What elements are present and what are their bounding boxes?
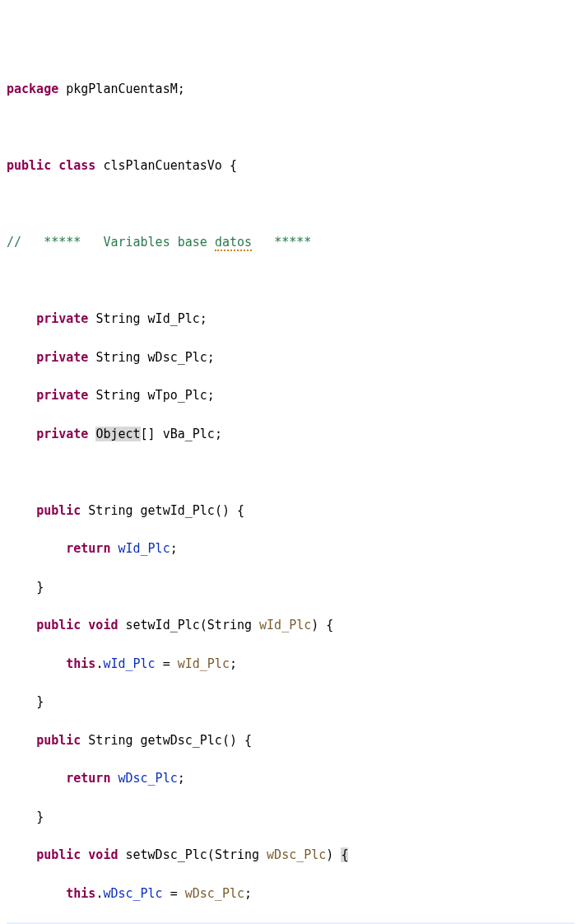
field-decl: private Object[] vBa_Plc; [7, 425, 574, 444]
brace-close: } [7, 808, 574, 827]
param-wId: wId_Plc [259, 618, 311, 632]
matched-brace-open: { [341, 847, 348, 862]
comment-warn: datos [215, 235, 252, 251]
kw-package: package [7, 82, 58, 96]
punct-brace-open: { [230, 158, 237, 173]
field-decl: private String wDsc_Plc; [7, 348, 574, 367]
field-vBa: vBa_Plc [163, 427, 215, 441]
method-sig: public void setwId_Plc(String wId_Plc) { [7, 616, 574, 635]
field-wDsc: wDsc_Plc [148, 350, 207, 365]
package-name: pkgPlanCuentasM [66, 82, 177, 96]
return-line: return wId_Plc; [7, 539, 574, 558]
assign-line: this.wId_Plc = wId_Plc; [7, 655, 574, 674]
punct-semi: ; [178, 82, 185, 96]
method-sig: public void setwDsc_Plc(String wDsc_Plc)… [7, 846, 574, 865]
field-decl: private String wTpo_Plc; [7, 386, 574, 405]
type-object: Object [95, 427, 140, 441]
method-setwDsc: setwDsc_Plc [126, 847, 207, 862]
field-decl: private String wId_Plc; [7, 310, 574, 329]
return-line: return wDsc_Plc; [7, 769, 574, 788]
assign-line: this.wDsc_Plc = wDsc_Plc; [7, 884, 574, 903]
method-sig: public String getwDsc_Plc() { [7, 731, 574, 750]
method-getwId: getwId_Plc [141, 503, 215, 518]
type-string: String [95, 311, 140, 326]
param-wDsc: wDsc_Plc [267, 847, 326, 862]
blank-line [7, 272, 574, 291]
field-wId: wId_Plc [148, 311, 200, 326]
class-name: clsPlanCuentasVo [103, 158, 222, 173]
comment-stars: ***** [44, 235, 81, 250]
method-sig: public String getwId_Plc() { [7, 502, 574, 520]
blank-line [7, 119, 574, 138]
field-wTpo: wTpo_Plc [148, 388, 207, 403]
brace-close: } [7, 693, 574, 712]
comment-text: Variables base [103, 235, 214, 250]
kw-public: public [7, 158, 51, 173]
kw-class: class [58, 158, 95, 173]
method-setwId: setwId_Plc [126, 618, 200, 632]
comment-open: // [7, 235, 21, 250]
comment-stars2: ***** [274, 235, 311, 250]
comment-line: // ***** Variables base datos ***** [7, 233, 574, 252]
method-getwDsc: getwDsc_Plc [141, 733, 222, 748]
code-line: public class clsPlanCuentasVo { [7, 156, 574, 175]
brace-close: } [7, 578, 574, 597]
blank-line [7, 195, 574, 214]
kw-private: private [36, 311, 88, 326]
blank-line [7, 463, 574, 482]
code-line: package pkgPlanCuentasM; [7, 80, 574, 99]
